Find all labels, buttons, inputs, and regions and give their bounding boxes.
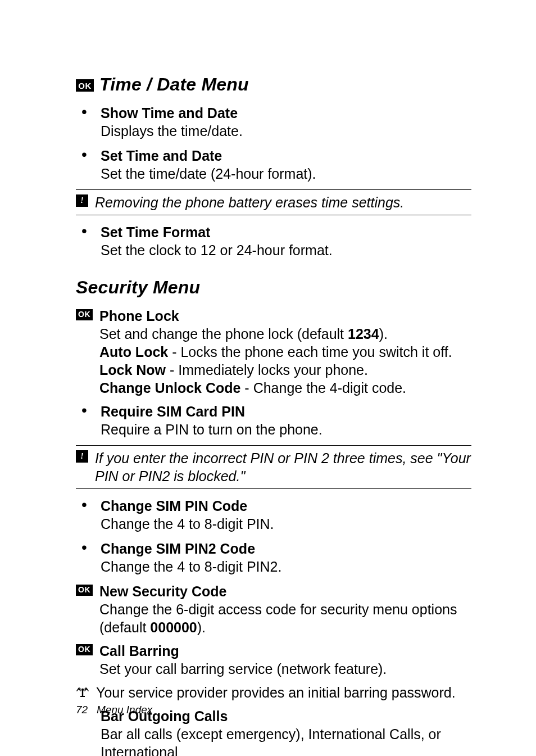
item-desc: Change the 4 to 8-digit PIN. [101, 515, 471, 533]
svg-rect-1 [82, 690, 83, 696]
svg-rect-2 [80, 696, 85, 697]
feature-new-security-code: OK New Security Code Change the 6-digit … [76, 582, 471, 636]
item-title: Set Time Format [101, 223, 471, 241]
list-item: Show Time and Date Displays the time/dat… [76, 104, 471, 140]
heading-security: Security Menu [76, 276, 471, 299]
label: Change Unlock Code [99, 380, 240, 396]
item-desc: Set the time/date (24-hour format). [101, 165, 471, 183]
sub-item: Auto Lock - Locks the phone each time yo… [99, 343, 471, 361]
default-code: 000000 [150, 619, 197, 635]
heading-time-date: OK Time / Date Menu [76, 73, 471, 96]
desc: - Change the 4-digit code. [240, 380, 406, 396]
note-text: If you enter the incorrect PIN or PIN 2 … [95, 449, 471, 485]
feature-phone-lock: OK Phone Lock Set and change the phone l… [76, 307, 471, 397]
label: Auto Lock [99, 344, 168, 360]
network-note-text: Your service provider provides an initia… [96, 683, 471, 701]
text: Set and change the phone lock (default [99, 326, 348, 342]
list-item: Set Time Format Set the clock to 12 or 2… [76, 223, 471, 259]
network-icon [76, 685, 89, 698]
item-desc: Displays the time/date. [101, 122, 471, 140]
ok-icon: OK [76, 644, 93, 655]
page-footer: 72 Menu Index [76, 703, 152, 717]
item-desc: Change the 4 to 8-digit PIN2. [101, 558, 471, 576]
ok-icon: OK [76, 309, 93, 320]
note-pin: ! If you enter the incorrect PIN or PIN … [76, 445, 471, 489]
security-list-1: Require SIM Card PIN Require a PIN to tu… [76, 402, 471, 438]
list-item: Change SIM PIN Code Change the 4 to 8-di… [76, 497, 471, 533]
item-title: Show Time and Date [101, 104, 471, 122]
note-battery: ! Removing the phone battery erases time… [76, 189, 471, 215]
list-item: Set Time and Date Set the time/date (24-… [76, 147, 471, 183]
ok-icon: OK [76, 79, 94, 92]
list-item: Change SIM PIN2 Code Change the 4 to 8-d… [76, 540, 471, 576]
item-title: Phone Lock [99, 307, 471, 325]
default-code: 1234 [348, 326, 379, 342]
heading-security-text: Security Menu [76, 277, 200, 297]
heading-time-date-text: Time / Date Menu [99, 73, 249, 96]
text: ). [197, 619, 206, 635]
desc: - Immediately locks your phone. [166, 362, 368, 378]
item-desc: Set your call barring service (network f… [99, 660, 471, 678]
item-title: Bar Outgoing Calls [101, 707, 471, 725]
sub-item: Change Unlock Code - Change the 4-digit … [99, 379, 471, 397]
footer-label: Menu Index [97, 704, 152, 716]
list-item: Require SIM Card PIN Require a PIN to tu… [76, 402, 471, 438]
page-number: 72 [76, 704, 88, 716]
item-desc: Set and change the phone lock (default 1… [99, 325, 471, 343]
item-desc: Change the 6-digit access code for secur… [99, 600, 471, 636]
desc: - Locks the phone each time you switch i… [168, 344, 452, 360]
time-date-list: Show Time and Date Displays the time/dat… [76, 104, 471, 183]
text: ). [379, 326, 388, 342]
item-desc: Bar all calls (except emergency), Intern… [101, 725, 471, 756]
time-date-list-2: Set Time Format Set the clock to 12 or 2… [76, 223, 471, 259]
network-note: Your service provider provides an initia… [76, 683, 471, 701]
label: Lock Now [99, 362, 166, 378]
item-title: Set Time and Date [101, 147, 471, 165]
item-title: Require SIM Card PIN [101, 402, 471, 420]
item-title: Call Barring [99, 642, 471, 660]
item-title: Change SIM PIN2 Code [101, 540, 471, 558]
item-desc: Require a PIN to turn on the phone. [101, 420, 471, 438]
feature-call-barring: OK Call Barring Set your call barring se… [76, 642, 471, 678]
note-text: Removing the phone battery erases time s… [95, 193, 471, 211]
item-title: New Security Code [99, 582, 471, 600]
security-list-2: Change SIM PIN Code Change the 4 to 8-di… [76, 497, 471, 576]
alert-icon: ! [76, 450, 88, 463]
item-title: Change SIM PIN Code [101, 497, 471, 515]
item-desc: Set the clock to 12 or 24-hour format. [101, 241, 471, 259]
sub-item: Lock Now - Immediately locks your phone. [99, 361, 471, 379]
alert-icon: ! [76, 194, 88, 207]
ok-icon: OK [76, 585, 93, 596]
